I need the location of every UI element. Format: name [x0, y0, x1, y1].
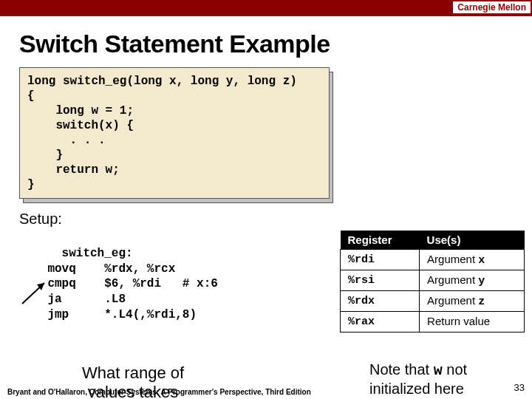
use-text: Argument: [427, 273, 478, 286]
col-uses: Use(s): [420, 231, 525, 250]
reg-cell: %rsi: [341, 270, 420, 291]
note-mono: w: [434, 362, 443, 379]
assembly-code: switch_eg: movq %rdx, %rcx cmpq $6, %rdi…: [19, 231, 218, 353]
c-code-box: long switch_eg(long x, long y, long z) {…: [19, 67, 330, 199]
use-text: Return value: [427, 315, 490, 327]
reg-cell: %rax: [341, 312, 420, 332]
footer-citation: Bryant and O'Hallaron, Computer Systems:…: [7, 388, 311, 396]
header-bar: Carnegie Mellon: [0, 0, 532, 16]
col-register: Register: [341, 231, 420, 250]
table-header-row: Register Use(s): [341, 231, 525, 250]
use-text: Argument: [427, 294, 478, 307]
register-table: Register Use(s) %rdi Argument x %rsi Arg…: [340, 231, 525, 332]
table-row: %rdi Argument x: [341, 250, 525, 270]
use-cell: Argument y: [420, 270, 525, 291]
c-code: long switch_eg(long x, long y, long z) {…: [19, 67, 330, 199]
use-cell: Argument x: [420, 250, 525, 270]
lower-row: switch_eg: movq %rdx, %rcx cmpq $6, %rdi…: [0, 231, 532, 353]
question-line: What range of: [82, 364, 184, 382]
page-title: Switch Statement Example: [0, 16, 532, 67]
table-row: %rax Return value: [341, 312, 525, 332]
use-mono: x: [478, 254, 485, 267]
note-pre: Note that: [369, 361, 434, 378]
use-cell: Return value: [420, 312, 525, 332]
arrow-icon: [16, 279, 53, 308]
reg-cell: %rdx: [341, 291, 420, 312]
reg-cell: %rdi: [341, 250, 420, 270]
use-mono: z: [478, 296, 485, 308]
note-text: Note that w not initialized here: [369, 361, 517, 398]
university-badge: Carnegie Mellon: [453, 1, 531, 13]
slide: Carnegie Mellon Switch Statement Example…: [0, 0, 532, 399]
use-cell: Argument z: [420, 291, 525, 312]
use-mono: y: [478, 275, 485, 287]
table-row: %rdx Argument z: [341, 291, 525, 312]
setup-label: Setup:: [19, 211, 532, 228]
page-number: 33: [514, 382, 525, 393]
table-row: %rsi Argument y: [341, 270, 525, 291]
use-text: Argument: [427, 253, 478, 265]
